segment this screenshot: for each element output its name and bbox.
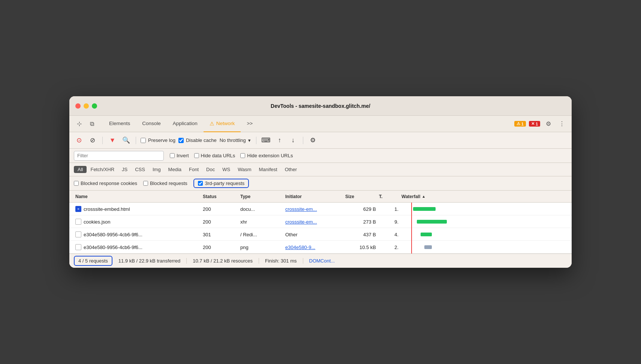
separator-3 (256, 137, 256, 144)
blocked-requests-label[interactable]: Blocked requests (143, 181, 187, 186)
wifi-icon[interactable]: ⌨ (261, 135, 271, 146)
row-2-waterfall (400, 215, 567, 228)
row-4-type: png (239, 245, 284, 250)
disable-cache-checkbox[interactable] (178, 138, 184, 143)
row-1-type: docu... (239, 206, 284, 212)
filter-options: Invert Hide data URLs Hide extension URL… (170, 153, 293, 158)
more-options-icon[interactable]: ⋮ (557, 119, 567, 129)
tab-console[interactable]: Console (136, 116, 167, 132)
third-party-requests-checkbox[interactable] (198, 181, 203, 186)
finish-time: Finish: 301 ms (265, 258, 303, 264)
traffic-lights (75, 103, 97, 109)
file-icon (75, 244, 81, 250)
row-4-status: 200 (201, 245, 239, 250)
th-initiator[interactable]: Initiator (284, 194, 344, 199)
file-icon (75, 219, 81, 225)
type-filter-js[interactable]: JS (118, 166, 131, 173)
table-row[interactable]: e304e580-9956-4cb6-9f6... 200 png e304e5… (69, 241, 572, 254)
disable-cache-label[interactable]: Disable cache (178, 137, 217, 143)
clear-button[interactable]: ⊘ (87, 135, 98, 146)
type-filter-all[interactable]: All (74, 166, 87, 173)
hide-extension-urls-checkbox[interactable] (240, 153, 245, 158)
settings-icon[interactable]: ⚙ (543, 119, 554, 129)
separator-1 (102, 137, 103, 144)
blocked-requests-checkbox[interactable] (143, 181, 148, 186)
download-icon[interactable]: ↓ (288, 135, 298, 146)
tab-elements[interactable]: Elements (103, 116, 136, 132)
status-bar: 4 / 5 requests 11.9 kB / 22.9 kB transfe… (69, 254, 572, 268)
tab-bar-right: ⚠ 1 ✕ 1 ⚙ ⋮ (514, 119, 567, 129)
th-name[interactable]: Name (74, 194, 201, 199)
filter-input[interactable] (74, 151, 164, 161)
search-button[interactable]: 🔍 (121, 135, 131, 146)
network-warning-icon: ⚠ (210, 121, 214, 127)
row-4-waterfall (400, 241, 567, 254)
waterfall-line (411, 241, 412, 254)
tab-bar-icons: ⊹ ⧉ (74, 119, 97, 129)
row-1-status: 200 (201, 206, 239, 212)
tab-more[interactable]: >> (241, 116, 259, 132)
filter-row: Invert Hide data URLs Hide extension URL… (69, 149, 572, 163)
type-filter-font[interactable]: Font (185, 166, 202, 173)
row-2-name: cookies.json (74, 219, 201, 225)
th-waterfall[interactable]: Waterfall ▲ (400, 194, 567, 199)
tab-application[interactable]: Application (167, 116, 204, 132)
preserve-log-checkbox[interactable] (141, 138, 146, 143)
table-body: ≡ crosssite-embed.html 200 docu... cross… (69, 203, 572, 254)
type-filter-wasm[interactable]: Wasm (234, 166, 255, 173)
sort-icon: ▲ (422, 194, 425, 198)
waterfall-bar (421, 233, 432, 236)
warning-badge: ⚠ 1 (514, 121, 526, 127)
row-4-initiator[interactable]: e304e580-9... (284, 245, 344, 250)
upload-icon[interactable]: ↑ (274, 135, 285, 146)
row-2-status: 200 (201, 219, 239, 225)
hide-data-urls-checkbox[interactable] (194, 153, 199, 158)
waterfall-bar (417, 220, 447, 224)
table-row[interactable]: e304e580-9956-4cb6-9f6... 301 / Redi... … (69, 228, 572, 241)
th-size[interactable]: Size (344, 194, 377, 199)
th-time[interactable]: T. (377, 194, 400, 199)
inspect-icon[interactable]: ⊹ (74, 119, 84, 129)
row-2-type: xhr (239, 219, 284, 225)
row-4-time: 2. (377, 245, 400, 250)
throttle-caret-icon: ▼ (247, 138, 252, 143)
tab-network[interactable]: ⚠ Network (204, 116, 241, 132)
row-3-size: 437 B (344, 232, 377, 237)
stop-recording-button[interactable]: ⊙ (74, 135, 84, 146)
row-2-initiator[interactable]: crosssite-em... (284, 219, 344, 225)
preserve-log-label[interactable]: Preserve log (141, 137, 175, 143)
blocked-response-cookies-checkbox[interactable] (74, 181, 79, 186)
waterfall-line (411, 215, 412, 228)
close-button[interactable] (75, 103, 81, 109)
blocked-response-cookies-label[interactable]: Blocked response cookies (74, 181, 137, 186)
type-filter-media[interactable]: Media (165, 166, 185, 173)
device-toggle-icon[interactable]: ⧉ (87, 119, 97, 129)
type-filter-img[interactable]: Img (149, 166, 165, 173)
hide-data-urls-label[interactable]: Hide data URLs (194, 153, 235, 158)
table-header: Name Status Type Initiator Size T. Water… (69, 191, 572, 203)
type-filter-manifest[interactable]: Manifest (255, 166, 281, 173)
type-filter-other[interactable]: Other (281, 166, 301, 173)
type-filter-css[interactable]: CSS (131, 166, 149, 173)
row-4-size: 10.5 kB (344, 245, 377, 250)
type-filter-ws[interactable]: WS (219, 166, 234, 173)
window-title: DevTools - samesite-sandbox.glitch.me/ (271, 103, 370, 109)
table-row[interactable]: ≡ crosssite-embed.html 200 docu... cross… (69, 203, 572, 215)
hide-extension-urls-label[interactable]: Hide extension URLs (240, 153, 293, 158)
invert-label[interactable]: Invert (170, 153, 189, 158)
row-1-name: ≡ crosssite-embed.html (74, 206, 201, 212)
type-filter-doc[interactable]: Doc (202, 166, 219, 173)
throttle-selector[interactable]: No throttling ▼ (220, 137, 252, 143)
settings-network-icon[interactable]: ⚙ (308, 135, 318, 146)
invert-checkbox[interactable] (170, 153, 175, 158)
type-filter-fetch[interactable]: Fetch/XHR (87, 166, 118, 173)
row-3-waterfall (400, 228, 567, 241)
filter-button[interactable]: ▼ (107, 135, 118, 146)
dom-content: DOMCont... (309, 258, 341, 264)
th-status[interactable]: Status (201, 194, 239, 199)
minimize-button[interactable] (84, 103, 89, 109)
th-type[interactable]: Type (239, 194, 284, 199)
table-row[interactable]: cookies.json 200 xhr crosssite-em... 273… (69, 215, 572, 228)
maximize-button[interactable] (92, 103, 97, 109)
row-1-initiator[interactable]: crosssite-em... (284, 206, 344, 212)
